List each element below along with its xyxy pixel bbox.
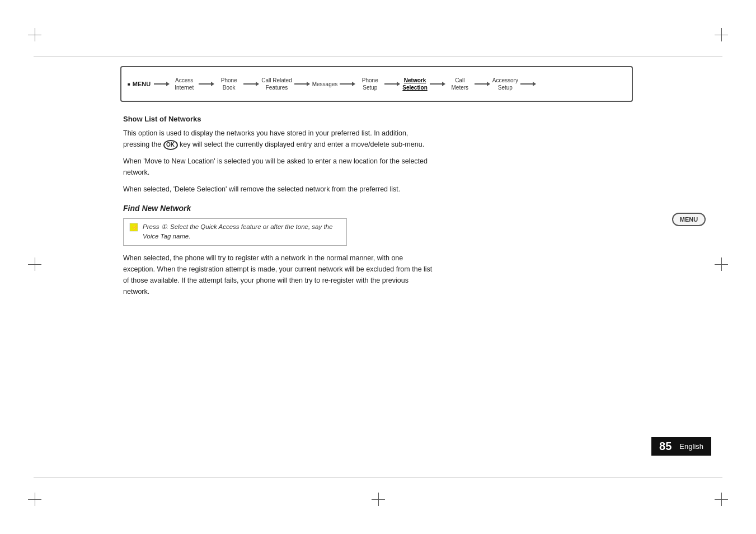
nav-arrow-2 (243, 82, 259, 86)
crosshair-bottom-mid (372, 493, 385, 506)
nav-arrow-end (520, 82, 536, 86)
find-network-title: Find New Network (123, 204, 588, 213)
tip-box: ⚡ Press ①. Select the Quick Access featu… (123, 218, 347, 246)
show-list-para1: This option is used to display the netwo… (123, 128, 436, 150)
nav-arrow-5 (384, 82, 400, 86)
nav-item-access-internet[interactable]: AccessInternet (170, 76, 199, 92)
nav-arrow-4 (340, 82, 355, 86)
page-language: English (679, 442, 703, 451)
nav-item-network-selection[interactable]: NetworkSelection (400, 76, 429, 92)
nav-item-accessory-setup[interactable]: AccessorySetup (490, 76, 520, 92)
nav-item-call-meters[interactable]: CallMeters (445, 76, 475, 92)
menu-label: ■ MENU (128, 81, 154, 87)
page-number-area: 85 English (651, 437, 711, 456)
nav-arrow-3 (294, 82, 310, 86)
crosshair-mid-right (715, 257, 728, 271)
nav-item-phone-setup[interactable]: PhoneSetup (355, 76, 384, 92)
nav-item-phone-book[interactable]: PhoneBook (214, 76, 243, 92)
nav-arrow-6 (430, 82, 445, 86)
page-number: 85 (659, 440, 672, 453)
top-decorative-line (34, 56, 722, 57)
show-list-para2: When 'Move to New Location' is selected … (123, 156, 436, 178)
show-list-para3: When selected, 'Delete Selection' will r… (123, 184, 436, 195)
bottom-decorative-line (34, 477, 722, 478)
svg-text:⚡: ⚡ (131, 223, 138, 231)
crosshair-bottom-right (715, 493, 728, 506)
menu-button-circle: MENU (672, 213, 706, 226)
nav-items: ■ MENU AccessInternetPhoneBookCall Relat… (123, 76, 633, 92)
show-list-title: Show List of Networks (123, 115, 588, 123)
tip-icon: ⚡ (129, 223, 138, 233)
ok-button-icon: OK (163, 140, 178, 150)
nav-arrow-1 (199, 82, 214, 86)
crosshair-top-left (28, 28, 41, 41)
crosshair-mid-left (28, 257, 41, 271)
find-network-body: When selected, the phone will try to reg… (123, 252, 436, 297)
nav-item-messages[interactable]: Messages (310, 79, 340, 89)
nav-arrow-0 (154, 82, 170, 86)
nav-bar: ■ MENU AccessInternetPhoneBookCall Relat… (123, 67, 633, 101)
nav-item-call-related-features[interactable]: Call RelatedFeatures (259, 76, 294, 92)
crosshair-top-right (715, 28, 728, 41)
nav-arrow-7 (475, 82, 490, 86)
main-content: Show List of Networks This option is use… (123, 115, 588, 303)
crosshair-bottom-left (28, 493, 41, 506)
menu-button-graphic: MENU (669, 213, 708, 252)
tip-text: Press ①. Select the Quick Access feature… (143, 222, 341, 242)
